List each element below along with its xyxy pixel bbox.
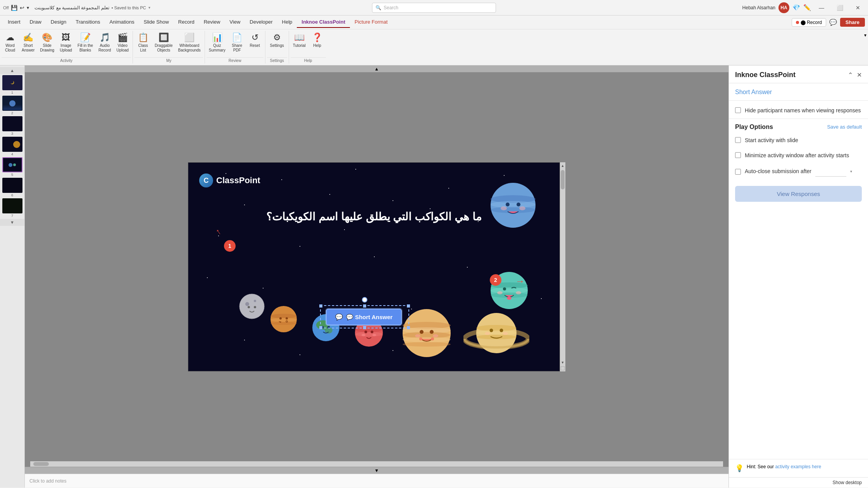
planet-orange <box>270 305 298 334</box>
tab-view[interactable]: View <box>225 17 245 28</box>
quick-access: Off <box>3 5 9 10</box>
auto-close-checkbox[interactable] <box>735 169 741 175</box>
slide-thumb-6[interactable]: 6 <box>2 178 22 197</box>
word-cloud-btn[interactable]: ☁ WordCloud <box>2 31 19 54</box>
activity-items: ☁ WordCloud ✍ ShortAnswer 🎨 SlideDrawing… <box>2 31 131 57</box>
image-upload-btn[interactable]: 🖼 ImageUpload <box>57 31 74 54</box>
settings-label: Settings <box>267 57 287 64</box>
slide-thumb-4[interactable]: 4 <box>2 137 22 156</box>
titlebar-center: 🔍 Search <box>290 3 577 13</box>
slide-thumb-7[interactable]: 7 <box>2 198 22 218</box>
svg-point-29 <box>403 342 451 347</box>
right-panel-header: Inknoe ClassPoint ⌃ ✕ <box>729 65 868 83</box>
svg-point-1 <box>245 302 249 306</box>
audio-record-btn[interactable]: 🎵 AudioRecord <box>96 31 113 54</box>
rotate-handle[interactable] <box>362 297 367 302</box>
tab-transitions[interactable]: Transitions <box>71 17 105 28</box>
diamond-icon[interactable]: 💎 <box>792 4 800 11</box>
pen-icon[interactable]: ✏️ <box>803 4 811 11</box>
share-pdf-btn[interactable]: 📄 SharePDF <box>229 31 246 54</box>
svg-point-20 <box>365 331 367 333</box>
minimize-window-checkbox[interactable] <box>735 152 741 158</box>
quiz-summary-btn[interactable]: 📊 QuizSummary <box>207 31 228 54</box>
svg-point-8 <box>270 322 297 325</box>
tab-inknoe[interactable]: Inknoe ClassPoint <box>297 17 350 28</box>
start-with-slide-checkbox[interactable] <box>735 137 741 143</box>
auto-close-input[interactable] <box>815 167 846 177</box>
slide-area-scroll-up[interactable]: ▲ <box>25 65 728 72</box>
tutorial-btn[interactable]: 📖 Tutorial <box>291 31 308 50</box>
tab-help[interactable]: Help <box>277 17 297 28</box>
tab-design[interactable]: Design <box>46 17 71 28</box>
collapse-panel-btn[interactable]: ⌃ <box>848 71 853 79</box>
comment-icon[interactable]: 💬 <box>829 19 837 26</box>
close-btn[interactable]: ✕ <box>851 5 865 11</box>
svg-point-7 <box>270 318 297 322</box>
ribbon-collapse-btn[interactable]: ▾ <box>863 31 868 40</box>
close-panel-btn[interactable]: ✕ <box>857 71 862 79</box>
short-answer-slide-btn[interactable]: 💬 💬 Short Answer <box>326 309 402 325</box>
short-answer-btn-ribbon[interactable]: ✍ ShortAnswer <box>19 31 37 54</box>
slide-drawing-btn[interactable]: 🎨 SlideDrawing <box>38 31 57 54</box>
search-box[interactable]: 🔍 Search <box>372 3 496 13</box>
slide-area-scroll-down[interactable]: ▼ <box>25 467 728 474</box>
hint-examples-link[interactable]: activity examples here <box>775 464 821 469</box>
panel-section-title: Short Answer <box>729 83 868 98</box>
tab-slideshow[interactable]: Slide Show <box>139 17 174 28</box>
share-button[interactable]: Share <box>840 18 865 27</box>
save-default-link[interactable]: Save as default <box>827 124 862 130</box>
view-responses-button[interactable]: View Responses <box>735 186 862 202</box>
ribbon-tabs: Insert Draw Design Transitions Animation… <box>0 15 868 29</box>
scroll-bottom-icon[interactable] <box>561 366 565 370</box>
whiteboard-bg-btn[interactable]: ⬜ WhiteboardBackgrounds <box>176 31 203 54</box>
tab-record[interactable]: Record <box>174 17 199 28</box>
draggable-objects-icon: 🔲 <box>158 33 169 43</box>
slide-thumb-5[interactable]: 5 <box>2 157 22 177</box>
dropdown-arrow[interactable]: ▾ <box>148 5 150 10</box>
class-list-btn[interactable]: 📋 ClassList <box>134 31 152 54</box>
tab-draw[interactable]: Draw <box>25 17 46 28</box>
slide-thumb-1[interactable]: 🌙 1 <box>2 75 22 95</box>
slide-thumb-2[interactable]: 2 <box>2 96 22 115</box>
minimize-window-label: Minimize activity window after activity … <box>745 152 849 160</box>
slide-thumb-3[interactable]: 3 <box>2 116 22 136</box>
maximize-btn[interactable]: ⬜ <box>832 5 848 11</box>
help-label: Help <box>291 57 326 64</box>
svg-point-42 <box>490 329 493 332</box>
tab-insert[interactable]: Insert <box>3 17 25 28</box>
svg-point-32 <box>419 337 422 340</box>
short-answer-icon: ✍ <box>23 33 33 43</box>
planet-blue <box>490 182 536 230</box>
slide-scroll-up[interactable]: ▲ <box>0 67 25 74</box>
record-tab-button[interactable]: ⬤ Record <box>792 18 826 27</box>
play-options-header: Play Options Save as default <box>729 119 868 133</box>
draggable-objects-btn[interactable]: 🔲 DraggableObjects <box>152 31 175 54</box>
scroll-thumb[interactable] <box>561 170 565 189</box>
notes-bar[interactable]: Click to add notes <box>25 474 728 488</box>
more-icon[interactable]: ▾ <box>27 5 29 10</box>
fill-blanks-btn[interactable]: 📝 Fill in theBlanks <box>75 31 95 54</box>
undo-icon[interactable]: ↩ <box>20 5 24 11</box>
scroll-up-arrow[interactable]: ▲ <box>560 163 565 168</box>
tab-developer[interactable]: Developer <box>245 17 277 28</box>
tab-picture[interactable]: Picture Format <box>350 17 392 28</box>
scroll-down-arrow[interactable]: ▼ <box>560 360 565 365</box>
slide-scroll-down[interactable]: ▼ <box>0 219 25 226</box>
video-upload-btn[interactable]: 🎬 VideoUpload <box>114 31 131 54</box>
svg-point-58 <box>503 287 506 290</box>
hide-names-checkbox[interactable] <box>735 107 741 113</box>
help-btn[interactable]: ❓ Help <box>309 31 326 50</box>
settings-btn[interactable]: ⚙ Settings <box>267 31 287 50</box>
minimize-btn[interactable]: — <box>814 5 829 11</box>
auto-close-dropdown[interactable]: ▾ <box>850 169 852 174</box>
reset-btn[interactable]: ↺ Reset <box>246 31 264 50</box>
show-desktop-btn[interactable]: Show desktop <box>729 477 868 488</box>
ribbon-group-settings: ⚙ Settings Settings <box>265 31 289 64</box>
tab-review[interactable]: Review <box>199 17 225 28</box>
class-list-icon: 📋 <box>138 33 148 43</box>
tab-animations[interactable]: Animations <box>105 17 139 28</box>
svg-point-23 <box>372 334 376 336</box>
horiz-scroll-thumb[interactable] <box>33 462 49 466</box>
user-avatar: HA <box>778 2 789 13</box>
save-icon[interactable]: 💾 <box>11 5 17 11</box>
